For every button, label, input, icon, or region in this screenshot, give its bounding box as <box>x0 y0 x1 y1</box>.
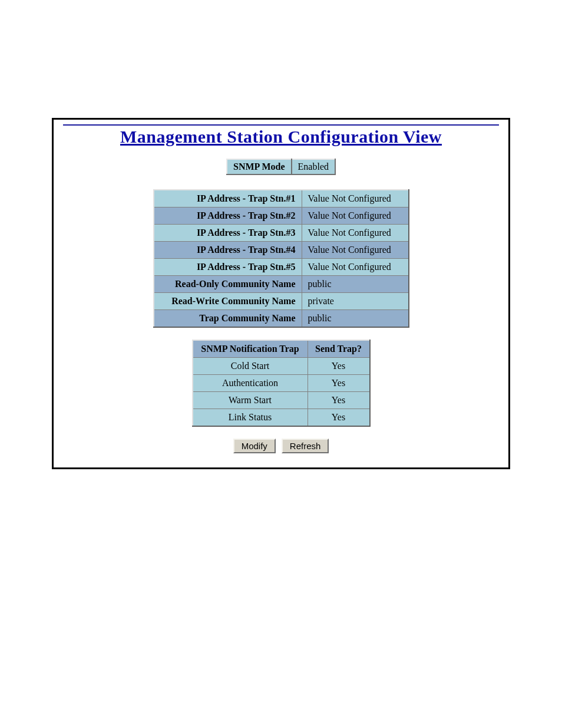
config-label: Read-Only Community Name <box>154 276 302 293</box>
config-value: Value Not Configured <box>302 207 409 225</box>
config-row: Trap Community Namepublic <box>154 310 409 328</box>
config-value: public <box>302 310 409 328</box>
config-label: Trap Community Name <box>154 310 302 328</box>
config-panel: Management Station Configuration View SN… <box>52 118 510 469</box>
trap-row: Link StatusYes <box>193 409 370 427</box>
trap-row: Cold StartYes <box>193 358 370 375</box>
config-value: Value Not Configured <box>302 190 409 207</box>
trap-name: Cold Start <box>193 358 308 375</box>
config-row: IP Address - Trap Stn.#2Value Not Config… <box>154 207 409 225</box>
trap-row: AuthenticationYes <box>193 375 370 392</box>
trap-name: Link Status <box>193 409 308 427</box>
button-row: Modify Refresh <box>63 439 499 453</box>
trap-send: Yes <box>308 409 370 427</box>
config-label: IP Address - Trap Stn.#1 <box>154 190 302 207</box>
config-value: private <box>302 293 409 310</box>
config-label: IP Address - Trap Stn.#4 <box>154 242 302 259</box>
trap-name: Authentication <box>193 375 308 392</box>
config-value: Value Not Configured <box>302 242 409 259</box>
refresh-button[interactable]: Refresh <box>282 439 329 453</box>
config-label: IP Address - Trap Stn.#3 <box>154 225 302 242</box>
trap-row: Warm StartYes <box>193 392 370 409</box>
trap-header-send: Send Trap? <box>308 340 370 358</box>
config-row: IP Address - Trap Stn.#1Value Not Config… <box>154 190 409 207</box>
trap-header-name: SNMP Notification Trap <box>193 340 308 358</box>
config-row: Read-Write Community Nameprivate <box>154 293 409 310</box>
snmp-mode-label: SNMP Mode <box>227 159 292 174</box>
modify-button[interactable]: Modify <box>233 439 276 453</box>
trap-send: Yes <box>308 375 370 392</box>
config-table: IP Address - Trap Stn.#1Value Not Config… <box>153 189 409 328</box>
page-title: Management Station Configuration View <box>63 127 499 147</box>
config-row: IP Address - Trap Stn.#5Value Not Config… <box>154 259 409 276</box>
config-label: IP Address - Trap Stn.#2 <box>154 207 302 225</box>
config-value: Value Not Configured <box>302 259 409 276</box>
trap-send: Yes <box>308 392 370 409</box>
snmp-mode-value: Enabled <box>292 159 335 174</box>
config-row: IP Address - Trap Stn.#4Value Not Config… <box>154 242 409 259</box>
config-value: Value Not Configured <box>302 225 409 242</box>
trap-name: Warm Start <box>193 392 308 409</box>
config-label: IP Address - Trap Stn.#5 <box>154 259 302 276</box>
title-rule <box>63 124 499 126</box>
config-row: IP Address - Trap Stn.#3Value Not Config… <box>154 225 409 242</box>
config-label: Read-Write Community Name <box>154 293 302 310</box>
trap-table: SNMP Notification Trap Send Trap? Cold S… <box>192 340 371 427</box>
trap-send: Yes <box>308 358 370 375</box>
config-value: public <box>302 276 409 293</box>
snmp-mode-table: SNMP Mode Enabled <box>226 159 336 175</box>
config-row: Read-Only Community Namepublic <box>154 276 409 293</box>
